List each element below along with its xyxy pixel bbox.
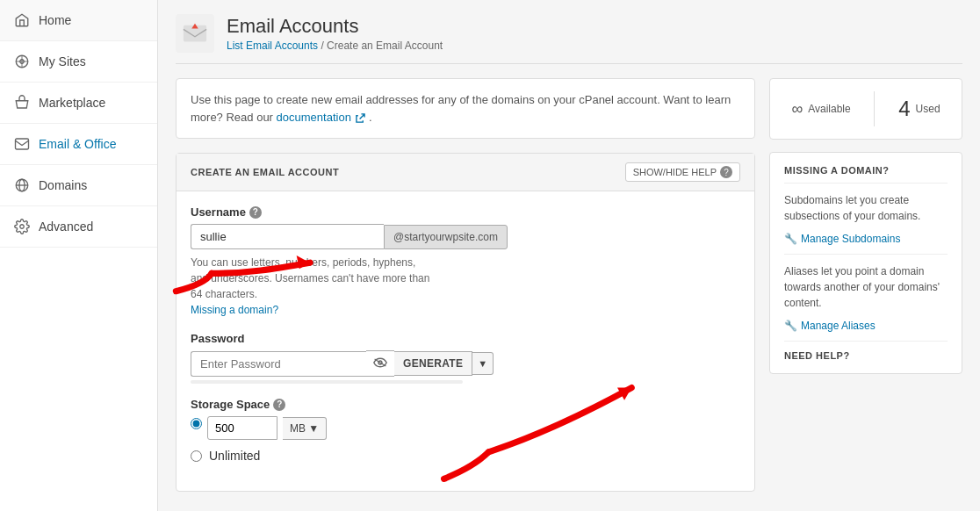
help-circle-icon: ?	[720, 166, 732, 178]
storage-value-input[interactable]	[207, 416, 277, 440]
form-panel: Use this page to create new email addres…	[176, 78, 755, 492]
form-box-header: CREATE AN EMAIL ACCOUNT SHOW/HIDE HELP ?	[177, 154, 754, 191]
sidebar: Home My Sites Marketplace Email & Office…	[0, 0, 158, 511]
breadcrumb: List Email Accounts / Create an Email Ac…	[227, 40, 443, 52]
used-stat: 4 Used	[898, 97, 940, 121]
card-divider	[784, 254, 948, 255]
sidebar-item-email-office[interactable]: Email & Office	[0, 124, 157, 165]
sidebar-label-my-sites: My Sites	[39, 54, 86, 68]
storage-field-group: Storage Space ? MB ▼	[191, 398, 740, 463]
documentation-link[interactable]: documentation	[277, 111, 351, 124]
aliases-text: Aliases let you point a domain towards a…	[784, 263, 948, 311]
sidebar-label-domains: Domains	[39, 178, 87, 192]
password-field-group: Password GENERATE	[191, 332, 740, 384]
wordpress-icon	[14, 54, 30, 69]
password-row: GENERATE ▼	[191, 350, 740, 377]
info-suffix: .	[369, 111, 372, 124]
form-body: Username ? @startyourwpsite.com You can …	[177, 191, 754, 491]
content-layout: Use this page to create new email addres…	[176, 78, 962, 492]
storage-unlimited-label: Unlimited	[209, 449, 260, 463]
password-input[interactable]	[191, 351, 366, 377]
username-label: Username ?	[191, 205, 740, 219]
form-box: CREATE AN EMAIL ACCOUNT SHOW/HIDE HELP ?…	[176, 153, 755, 492]
page-header: Email Accounts List Email Accounts / Cre…	[176, 14, 962, 64]
sidebar-label-advanced: Advanced	[39, 220, 93, 234]
svg-point-5	[20, 225, 25, 229]
username-input[interactable]	[191, 224, 384, 249]
manage-aliases-link[interactable]: 🔧 Manage Aliases	[784, 320, 948, 332]
store-icon	[14, 95, 30, 111]
missing-domain-card: MISSING A DOMAIN? Subdomains let you cre…	[769, 152, 962, 374]
storage-unit-button[interactable]: MB ▼	[283, 417, 327, 440]
password-strength-bar	[191, 380, 463, 384]
generate-dropdown-button[interactable]: ▼	[472, 352, 494, 375]
domain-badge: @startyourwpsite.com	[384, 225, 508, 249]
main-content: Email Accounts List Email Accounts / Cre…	[158, 0, 980, 511]
gear-icon	[14, 219, 30, 234]
storage-help-icon[interactable]: ?	[273, 399, 285, 411]
password-visibility-button[interactable]	[366, 350, 394, 377]
page-header-text: Email Accounts List Email Accounts / Cre…	[227, 15, 443, 52]
show-hide-button[interactable]: SHOW/HIDE HELP ?	[625, 162, 740, 182]
stats-box: ∞ Available 4 Used	[769, 78, 962, 140]
sidebar-item-my-sites[interactable]: My Sites	[0, 41, 157, 83]
sidebar-label-home: Home	[39, 13, 71, 27]
card-divider-2	[784, 341, 948, 342]
storage-label: Storage Space ?	[191, 398, 740, 411]
username-hint: You can use letters, numbers, periods, h…	[191, 255, 740, 318]
available-stat: ∞ Available	[791, 100, 850, 119]
available-label: Available	[808, 103, 850, 115]
globe-icon	[14, 177, 30, 193]
sidebar-item-advanced[interactable]: Advanced	[0, 206, 157, 248]
page-icon	[176, 14, 214, 53]
sidebar-label-marketplace: Marketplace	[39, 96, 105, 110]
missing-domain-title: MISSING A DOMAIN?	[784, 165, 948, 184]
storage-unlimited-radio-row: Unlimited	[191, 449, 740, 463]
manage-subdomains-link[interactable]: 🔧 Manage Subdomains	[784, 233, 948, 245]
sidebar-item-home[interactable]: Home	[0, 0, 157, 41]
house-icon	[14, 12, 30, 28]
sidebar-item-domains[interactable]: Domains	[0, 165, 157, 206]
storage-mb-radio-row	[191, 418, 202, 429]
sidebar-item-marketplace[interactable]: Marketplace	[0, 83, 157, 124]
stat-divider	[874, 91, 875, 126]
used-number: 4	[898, 97, 910, 121]
page-title: Email Accounts	[227, 15, 443, 38]
info-box: Use this page to create new email addres…	[176, 78, 755, 139]
missing-domain-text: Subdomains let you create subsections of…	[784, 192, 948, 224]
sidebar-label-email-office: Email & Office	[39, 137, 116, 151]
storage-input-row: MB ▼	[191, 416, 740, 440]
right-panel: ∞ Available 4 Used MISSING A DOMAIN? Sub…	[769, 78, 962, 374]
storage-mb-radio[interactable]	[191, 418, 202, 429]
wrench2-icon: 🔧	[784, 320, 797, 332]
used-label: Used	[916, 103, 940, 115]
username-help-icon[interactable]: ?	[249, 206, 262, 219]
svg-rect-2	[16, 139, 29, 149]
envelope-icon	[14, 136, 30, 152]
storage-unlimited-radio[interactable]	[191, 450, 202, 462]
need-help-title: NEED HELP?	[784, 350, 948, 361]
password-label: Password	[191, 332, 740, 345]
info-text: Use this page to create new email addres…	[191, 93, 731, 124]
missing-domain-link[interactable]: Missing a domain?	[191, 304, 278, 316]
username-field-group: Username ? @startyourwpsite.com You can …	[191, 205, 740, 318]
generate-button[interactable]: GENERATE	[394, 351, 472, 376]
username-row: @startyourwpsite.com	[191, 224, 740, 249]
storage-section: MB ▼ Unlimited	[191, 416, 740, 463]
external-link-icon	[356, 113, 365, 123]
form-title: CREATE AN EMAIL ACCOUNT	[191, 167, 339, 177]
infinity-symbol: ∞	[791, 100, 803, 119]
breadcrumb-current: Create an Email Account	[327, 40, 443, 52]
wrench-icon: 🔧	[784, 233, 797, 245]
breadcrumb-link[interactable]: List Email Accounts	[227, 40, 318, 52]
